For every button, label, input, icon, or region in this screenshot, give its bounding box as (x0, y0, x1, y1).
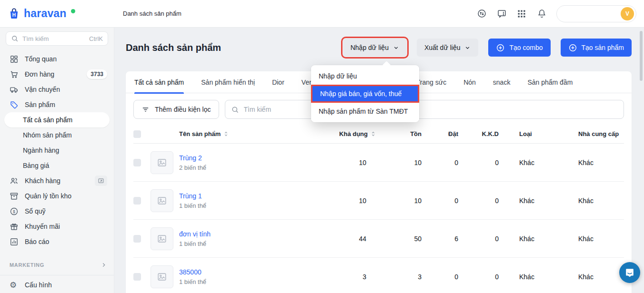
sidebar-item-so-quy[interactable]: $ Sổ quỹ (0, 204, 114, 219)
cell-vendor: Khác (578, 159, 624, 166)
tab-dior[interactable]: Dior (272, 71, 284, 93)
dropdown-item-nhap-du-lieu[interactable]: Nhập dữ liệu (311, 68, 419, 85)
sidebar-search-input[interactable]: Tìm kiếm CtrlK (6, 31, 108, 46)
add-filter-label: Thêm điều kiện lọc (155, 106, 211, 113)
sidebar-item-san-pham[interactable]: Sản phẩm (0, 97, 114, 112)
table-row[interactable]: đơn vị tính 1 biến thể 44 50 6 0 Khác Kh… (133, 220, 624, 258)
dropdown-item-label: Nhập sản phẩm từ Sàn TMĐT (319, 107, 408, 115)
table-search-box[interactable] (225, 100, 624, 119)
chevron-down-icon (464, 45, 471, 51)
account-search-pill[interactable]: V (556, 5, 636, 22)
cell-committed: 0 (422, 197, 458, 205)
sidebar-item-bang-gia[interactable]: Bảng giá (0, 158, 114, 173)
gear-icon: ⚙ (10, 281, 19, 290)
avatar[interactable]: V (621, 7, 634, 20)
chevron-right-icon (101, 262, 107, 268)
sidebar-item-khach-hang[interactable]: Khách hàng (0, 173, 114, 188)
cart-icon (10, 70, 19, 79)
sidebar-item-label: Khách hàng (25, 177, 60, 185)
dropdown-item-nhap-gia-ban[interactable]: Nhập giá bán, giá vốn, thuế (311, 85, 419, 103)
main-content: Danh sách sản phẩm Nhập dữ liệu Xuất dữ … (114, 28, 644, 293)
table-row[interactable]: Trùng 2 2 biến thể 10 10 0 0 Khác Khác (133, 144, 624, 182)
tab-label: Ver (302, 78, 312, 86)
tab-san-pham-dam[interactable]: Sản phẩm đầm (527, 71, 573, 93)
product-name-link[interactable]: Trùng 1 (179, 192, 274, 200)
sidebar-item-don-hang[interactable]: Đơn hàng 3733 (0, 67, 114, 82)
cell-committed: 0 (422, 159, 458, 166)
sidebar-item-tat-ca-san-pham[interactable]: Tất cả sản phẩm (4, 112, 110, 127)
tab-trang-suc[interactable]: Trang sức (416, 71, 446, 93)
feedback-icon[interactable] (496, 9, 507, 19)
product-name-link[interactable]: 385000 (179, 268, 274, 276)
column-header-kkd[interactable]: K.K.D (458, 130, 499, 137)
tab-san-pham-hien-thi[interactable]: Sản phẩm hiển thị (201, 71, 255, 93)
product-table: Tên sản phẩm Khả dụng Tồn Đặt K.K.D Loại… (126, 125, 632, 293)
sidebar-item-nhom-san-pham[interactable]: Nhóm sản phẩm (0, 127, 114, 143)
tab-snack[interactable]: snack (493, 71, 511, 93)
column-header-name[interactable]: Tên sản phẩm (151, 130, 274, 137)
sidebar: Tìm kiếm CtrlK Tổng quan Đơn hàng 3733 V… (0, 28, 114, 293)
sidebar-item-label: Tổng quan (25, 55, 57, 63)
tab-tat-ca-san-pham[interactable]: Tất cả sản phẩm (134, 71, 184, 93)
table-search-input[interactable] (244, 106, 618, 113)
column-header-available[interactable]: Khả dụng (274, 130, 376, 137)
cell-kkd: 0 (458, 273, 499, 281)
product-name-link[interactable]: Trùng 2 (179, 154, 274, 162)
select-all-checkbox[interactable] (133, 130, 141, 138)
bell-icon[interactable] (536, 9, 547, 19)
sidebar-item-label: Sổ quỹ (25, 207, 46, 215)
cell-on-hand: 10 (376, 197, 422, 205)
section-label: MARKETING (10, 262, 44, 268)
dropdown-item-nhap-san-pham-tmdt[interactable]: Nhập sản phẩm từ Sàn TMĐT (311, 103, 419, 120)
sidebar-item-quan-ly-ton-kho[interactable]: Quản lý tồn kho (0, 188, 114, 204)
tab-label: Nón (463, 78, 476, 86)
sidebar-item-nganh-hang[interactable]: Ngành hàng (0, 143, 114, 158)
create-combo-button[interactable]: Tạo combo (488, 39, 550, 57)
sidebar-item-khuyen-mai[interactable]: Khuyến mãi (0, 219, 114, 234)
chat-widget-button[interactable] (619, 262, 640, 283)
row-checkbox[interactable] (133, 235, 141, 243)
sort-icon[interactable] (223, 131, 229, 137)
sidebar-item-cau-hinh[interactable]: ⚙ Cấu hình (0, 277, 114, 293)
column-header-on-hand[interactable]: Tồn (376, 130, 422, 137)
import-data-button[interactable]: Nhập dữ liệu (343, 39, 407, 57)
topbar: H haravan Danh sách sản phẩm V (0, 0, 644, 28)
dropdown-item-label: Nhập dữ liệu (319, 72, 357, 80)
product-variants: 2 biến thể (179, 164, 274, 171)
tab-non[interactable]: Nón (463, 71, 476, 93)
table-row[interactable]: Trùng 1 1 biến thể 10 10 0 0 Khác Khác (133, 182, 624, 220)
sort-icon[interactable] (370, 131, 376, 137)
cell-type: Khác (499, 159, 578, 166)
create-product-button[interactable]: Tạo sản phẩm (561, 39, 632, 57)
gift-icon (10, 222, 19, 231)
row-checkbox[interactable] (133, 273, 141, 281)
cell-on-hand: 10 (376, 159, 422, 166)
cash-icon: $ (10, 207, 19, 216)
sidebar-search-placeholder: Tìm kiếm (22, 35, 85, 42)
tab-label: Trang sức (416, 78, 446, 86)
row-checkbox[interactable] (133, 197, 141, 205)
scrollbar-thumb[interactable] (640, 31, 643, 81)
row-checkbox[interactable] (133, 159, 141, 166)
export-button-label: Xuất dữ liệu (424, 44, 461, 51)
tag-icon (10, 100, 19, 109)
haravan-bag-icon: H (8, 7, 20, 20)
export-data-button[interactable]: Xuất dữ liệu (417, 39, 479, 57)
apps-grid-icon[interactable] (516, 9, 527, 19)
sidebar-item-van-chuyen[interactable]: Vận chuyển (0, 82, 114, 97)
brand-logo[interactable]: H haravan (0, 7, 114, 20)
column-header-vendor[interactable]: Nhà cung cấp (578, 130, 624, 137)
column-header-committed[interactable]: Đặt (422, 130, 458, 137)
column-header-type[interactable]: Loại (499, 130, 578, 137)
product-name-link[interactable]: đơn vị tính (179, 230, 274, 238)
sidebar-section-marketing[interactable]: MARKETING (0, 258, 114, 272)
cell-on-hand: 50 (376, 235, 422, 243)
add-filter-button[interactable]: Thêm điều kiện lọc (133, 100, 219, 119)
sidebar-item-label: Vận chuyển (25, 86, 60, 93)
sidebar-item-bao-cao[interactable]: Báo cáo (0, 234, 114, 249)
sync-activity-icon[interactable] (476, 9, 487, 19)
chat-icon (624, 267, 635, 278)
open-external-icon[interactable] (95, 176, 107, 186)
sidebar-item-tong-quan[interactable]: Tổng quan (0, 51, 114, 67)
table-row[interactable]: 385000 1 biến thể 3 3 0 0 Khác Khác (133, 258, 624, 293)
